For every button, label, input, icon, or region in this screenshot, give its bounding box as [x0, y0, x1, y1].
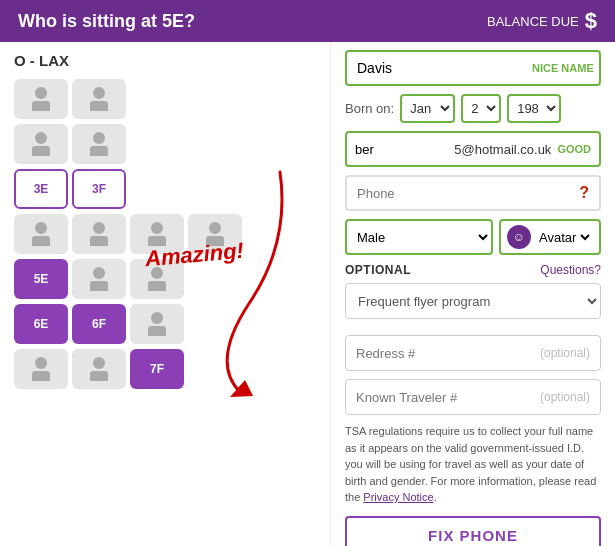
avatar-select[interactable]: Avatar [535, 229, 593, 246]
phone-question-icon: ? [579, 184, 589, 202]
email-field-wrap[interactable]: 5@hotmail.co.uk GOOD [345, 131, 601, 167]
redress-hint: (optional) [540, 346, 590, 360]
seat-cell[interactable] [130, 304, 184, 344]
phone-row: ? [345, 175, 601, 211]
tsa-notice: TSA regulations require us to collect yo… [345, 423, 601, 506]
seat-row [14, 124, 316, 164]
optional-header: OPTIONAL Questions? [345, 263, 601, 277]
birth-month-select[interactable]: JanFebMar [400, 94, 455, 123]
seat-cell[interactable] [72, 79, 126, 119]
ff-program-select[interactable]: Frequent flyer program [345, 283, 601, 319]
email-input-partial[interactable] [355, 142, 448, 157]
fix-phone-button[interactable]: FIX PHONE [345, 516, 601, 547]
birth-day-select[interactable]: 213 [461, 94, 501, 123]
ff-row: Frequent flyer program [345, 283, 601, 327]
questions-link[interactable]: Questions? [540, 263, 601, 277]
seat-3e[interactable]: 3E [14, 169, 68, 209]
seat-icon [32, 87, 50, 111]
avatar-select-wrap[interactable]: ☺ Avatar [499, 219, 601, 255]
seat-cell[interactable] [14, 214, 68, 254]
seatmap: 3E 3F [14, 79, 316, 389]
phone-field-wrap[interactable]: ? [345, 175, 601, 211]
seat-cell[interactable] [72, 259, 126, 299]
email-row: 5@hotmail.co.uk GOOD [345, 131, 601, 167]
dollar-icon: $ [585, 8, 597, 34]
seat-6f[interactable]: 6F [72, 304, 126, 344]
seat-6e[interactable]: 6E [14, 304, 68, 344]
seat-3f[interactable]: 3F [72, 169, 126, 209]
last-name-row: NICE NAME [345, 50, 601, 86]
last-name-field[interactable]: NICE NAME [345, 50, 601, 86]
good-badge: GOOD [557, 143, 591, 155]
born-row: Born on: JanFebMar 213 198199197 [345, 94, 601, 123]
seat-row: 6E 6F [14, 304, 316, 344]
birth-year-select[interactable]: 198199197 [507, 94, 561, 123]
gender-select[interactable]: Male Female [345, 219, 493, 255]
seat-icon [148, 312, 166, 336]
seat-7f[interactable]: 7F [130, 349, 184, 389]
seat-cell[interactable] [72, 124, 126, 164]
balance-label: BALANCE DUE [487, 14, 579, 29]
seat-row: 3E 3F [14, 169, 316, 209]
email-domain: 5@hotmail.co.uk [454, 142, 551, 157]
route-label: O - LAX [14, 52, 316, 69]
seat-panel: O - LAX [0, 42, 330, 546]
nice-name-badge: NICE NAME [532, 62, 594, 74]
gender-avatar-row: Male Female ☺ Avatar [345, 219, 601, 255]
seat-icon [148, 222, 166, 246]
avatar-icon: ☺ [507, 225, 531, 249]
header: Who is sitting at 5E? BALANCE DUE $ [0, 0, 615, 42]
seat-icon [90, 222, 108, 246]
redress-field-wrap[interactable]: (optional) [345, 335, 601, 371]
traveler-input[interactable] [356, 390, 540, 405]
redress-input[interactable] [356, 346, 540, 361]
seat-row: 7F [14, 349, 316, 389]
seat-icon [90, 132, 108, 156]
phone-input[interactable] [357, 186, 573, 201]
balance-due: BALANCE DUE $ [487, 8, 597, 34]
traveler-field-wrap[interactable]: (optional) [345, 379, 601, 415]
traveler-hint: (optional) [540, 390, 590, 404]
last-name-input[interactable] [357, 60, 532, 76]
privacy-link[interactable]: Privacy Notice [363, 491, 433, 503]
seat-cell[interactable] [14, 349, 68, 389]
seat-5e[interactable]: 5E [14, 259, 68, 299]
seat-cell[interactable] [14, 79, 68, 119]
seat-icon [32, 132, 50, 156]
seat-cell[interactable] [72, 214, 126, 254]
optional-label: OPTIONAL [345, 263, 411, 277]
main-layout: O - LAX [0, 42, 615, 546]
seat-row [14, 79, 316, 119]
seat-cell[interactable] [72, 349, 126, 389]
seat-icon [90, 267, 108, 291]
seat-icon [32, 357, 50, 381]
born-label: Born on: [345, 101, 394, 116]
redress-row: (optional) [345, 335, 601, 371]
seat-icon [90, 87, 108, 111]
traveler-row: (optional) [345, 379, 601, 415]
seat-icon [32, 222, 50, 246]
page-title: Who is sitting at 5E? [18, 11, 195, 32]
seat-cell[interactable] [14, 124, 68, 164]
form-panel: NICE NAME Born on: JanFebMar 213 1981991… [330, 42, 615, 546]
seat-icon [90, 357, 108, 381]
